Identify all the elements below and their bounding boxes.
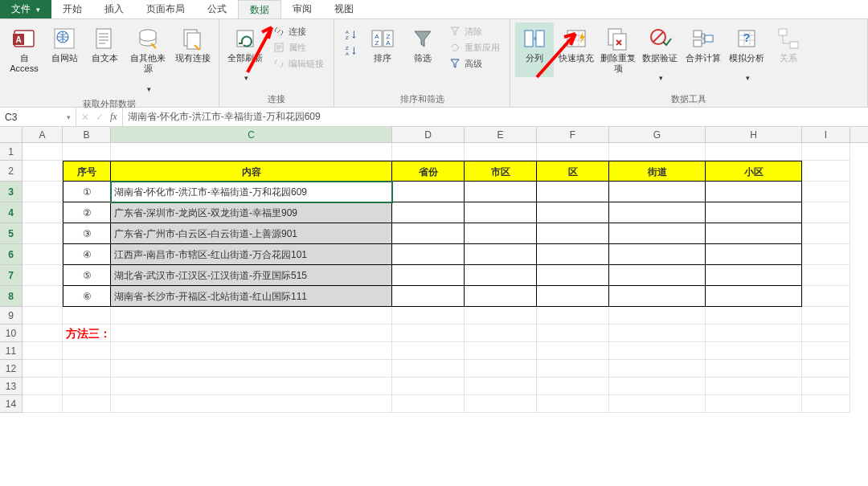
column-header-F[interactable]: F [537,127,609,142]
cell-F7[interactable] [537,265,609,286]
cell-E14[interactable] [465,395,537,413]
refresh-all-button[interactable]: 全部刷新▾ [224,22,266,86]
cell-A7[interactable] [23,265,63,286]
row-header[interactable]: 3 [0,182,23,202]
cell-E7[interactable] [465,265,537,286]
sort-asc-button[interactable]: AZ [342,27,358,42]
cell-D10[interactable] [392,325,465,342]
cell-B2[interactable]: 序号 [63,161,111,182]
cell-H13[interactable] [706,378,802,395]
cell-C1[interactable] [111,143,392,161]
cell-A1[interactable] [23,143,63,161]
cell-G13[interactable] [609,378,706,395]
cell-I7[interactable] [802,265,850,286]
cell-D3[interactable] [392,182,465,202]
cell-E12[interactable] [465,360,537,378]
row-header[interactable]: 14 [0,395,23,413]
from-text-button[interactable]: 自文本 [85,22,124,77]
cell-G8[interactable] [609,286,706,307]
cell-I11[interactable] [802,342,850,360]
from-web-button[interactable]: 自网站 [45,22,84,77]
cell-G4[interactable] [609,202,706,223]
column-header-A[interactable]: A [23,127,63,142]
cell-F12[interactable] [537,360,609,378]
cell-B12[interactable] [63,360,111,378]
name-box[interactable]: C3 ▾ [0,108,76,126]
cell-B3[interactable]: ① [63,182,111,202]
fx-icon[interactable]: fx [110,111,117,123]
cell-G11[interactable] [609,342,706,360]
cell-F2[interactable]: 区 [537,161,609,182]
cell-B8[interactable]: ⑥ [63,286,111,307]
cell-I5[interactable] [802,223,850,244]
whatif-button[interactable]: ? 模拟分析▾ [726,22,768,86]
row-header[interactable]: 12 [0,360,23,378]
cell-B1[interactable] [63,143,111,161]
column-header-G[interactable]: G [609,127,706,142]
cell-F6[interactable] [537,244,609,265]
cell-E3[interactable] [465,182,537,202]
tab-开始[interactable]: 开始 [51,0,93,18]
cancel-icon[interactable]: ✕ [81,112,89,123]
sort-desc-button[interactable]: ZA [342,43,358,58]
cell-C12[interactable] [111,360,392,378]
cell-G7[interactable] [609,265,706,286]
cell-G9[interactable] [609,307,706,325]
cell-G5[interactable] [609,223,706,244]
cell-G1[interactable] [609,143,706,161]
tab-审阅[interactable]: 审阅 [281,0,323,18]
cell-A4[interactable] [23,202,63,223]
cell-E13[interactable] [465,378,537,395]
row-header[interactable]: 13 [0,378,23,395]
cell-D5[interactable] [392,223,465,244]
cell-D2[interactable]: 省份 [392,161,465,182]
select-all-corner[interactable] [0,127,23,142]
cell-D14[interactable] [392,395,465,413]
cell-D12[interactable] [392,360,465,378]
row-header[interactable]: 7 [0,265,23,286]
cell-D4[interactable] [392,202,465,223]
row-header[interactable]: 9 [0,307,23,325]
cell-C4[interactable]: 广东省-深圳市-龙岗区-双龙街道-幸福里909 [111,202,392,223]
row-header[interactable]: 6 [0,244,23,265]
cell-I2[interactable] [802,161,850,182]
cell-H4[interactable] [706,202,802,223]
cell-H9[interactable] [706,307,802,325]
cell-F14[interactable] [537,395,609,413]
cell-C10[interactable] [111,325,392,342]
cell-A14[interactable] [23,395,63,413]
cell-F8[interactable] [537,286,609,307]
column-header-B[interactable]: B [63,127,111,142]
cell-C8[interactable]: 湖南省-长沙市-开福区-北站街道-红山国际111 [111,286,392,307]
connections-item[interactable]: 连接 [271,24,326,39]
cell-A11[interactable] [23,342,63,360]
from-access-button[interactable]: A 自 Access [5,22,43,77]
tab-插入[interactable]: 插入 [93,0,135,18]
advanced-item[interactable]: 高级 [447,56,502,71]
cell-E4[interactable] [465,202,537,223]
cell-B6[interactable]: ④ [63,244,111,265]
row-header[interactable]: 2 [0,161,23,182]
cell-B13[interactable] [63,378,111,395]
cell-H11[interactable] [706,342,802,360]
cell-E9[interactable] [465,307,537,325]
flash-fill-button[interactable]: 快速填充 [555,22,597,77]
cell-I3[interactable] [802,182,850,202]
filter-button[interactable]: 筛选 [403,22,442,77]
column-header-D[interactable]: D [392,127,465,142]
cell-C2[interactable]: 内容 [111,161,392,182]
tab-公式[interactable]: 公式 [196,0,238,18]
row-header[interactable]: 8 [0,286,23,307]
tab-file[interactable]: 文件 ▾ [0,0,51,18]
cell-F13[interactable] [537,378,609,395]
existing-conn-button[interactable]: 现有连接 [172,22,214,77]
column-header-C[interactable]: C [111,127,392,142]
cell-G14[interactable] [609,395,706,413]
cell-A13[interactable] [23,378,63,395]
cell-D9[interactable] [392,307,465,325]
cell-B11[interactable] [63,342,111,360]
cell-C13[interactable] [111,378,392,395]
cell-A6[interactable] [23,244,63,265]
cell-H7[interactable] [706,265,802,286]
enter-icon[interactable]: ✓ [96,112,104,123]
